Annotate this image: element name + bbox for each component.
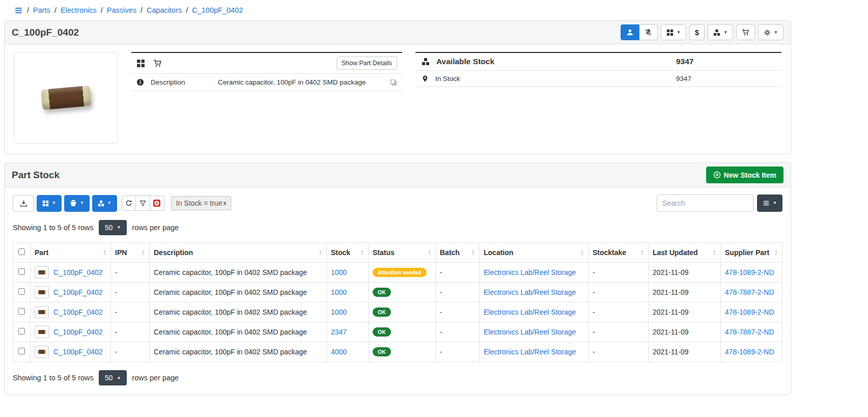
stock-link[interactable]: 1000: [331, 308, 347, 316]
part-image[interactable]: [14, 52, 118, 144]
sort-icon[interactable]: ▲▼: [774, 249, 778, 256]
breadcrumb-link-passives[interactable]: Passives: [107, 6, 136, 14]
part-link[interactable]: C_100pF_0402: [53, 308, 103, 316]
dollar-icon: $: [695, 29, 699, 36]
column-header-supplier-part[interactable]: Supplier Part▲▼: [721, 243, 782, 263]
order-actions-button[interactable]: [736, 24, 755, 40]
row-checkbox[interactable]: [18, 308, 25, 315]
location-link[interactable]: Electronics Lab/Reel Storage: [484, 268, 576, 276]
column-header-batch[interactable]: Batch▲▼: [436, 243, 480, 263]
stock-link[interactable]: 1000: [331, 288, 347, 296]
sort-icon[interactable]: ▲▼: [319, 249, 322, 256]
supplier-part-link[interactable]: 478-1089-2-ND: [725, 308, 774, 316]
supplier-part-link[interactable]: 478-1089-2-ND: [725, 268, 774, 276]
row-checkbox[interactable]: [18, 268, 25, 275]
unsubscribe-button[interactable]: [639, 24, 658, 40]
search-input[interactable]: [657, 194, 753, 212]
last-updated-cell: 2021-11-09: [649, 322, 721, 342]
sort-icon[interactable]: ▲▼: [471, 249, 475, 256]
barcode-actions-dropdown[interactable]: ▼: [661, 24, 686, 40]
stock-link[interactable]: 4000: [331, 348, 347, 356]
clear-filters-button[interactable]: [150, 196, 164, 211]
breadcrumb-link-capacitors[interactable]: Capacitors: [147, 6, 182, 14]
sort-icon[interactable]: ▲▼: [640, 249, 644, 256]
supplier-part-link[interactable]: 478-7887-2-ND: [725, 288, 774, 296]
location-link[interactable]: Electronics Lab/Reel Storage: [484, 348, 576, 356]
column-header-status[interactable]: Status▲▼: [369, 243, 436, 263]
column-header-part[interactable]: Part▲▼: [31, 243, 111, 263]
table-header-row: Part▲▼ IPN▲▼ Description▲▼ Stock▲▼ Statu…: [13, 243, 782, 263]
grid-icon: [666, 29, 674, 36]
sort-icon[interactable]: ▲▼: [103, 249, 106, 256]
stock-actions-dropdown[interactable]: ▼: [708, 24, 733, 40]
breadcrumb-separator: /: [186, 6, 188, 14]
description-cell: Ceramic capacitor, 100pF in 0402 SMD pac…: [150, 322, 327, 342]
row-checkbox[interactable]: [18, 288, 25, 295]
column-header-location[interactable]: Location▲▼: [480, 243, 589, 263]
cart-icon: [742, 29, 749, 36]
available-stock-header-row: Available Stock 9347: [415, 53, 781, 71]
columns-toggle-dropdown[interactable]: ▼: [757, 194, 782, 212]
part-link[interactable]: C_100pF_0402: [53, 268, 103, 276]
chevron-down-icon: ▼: [773, 201, 777, 205]
column-header-last-updated[interactable]: Last Updated▲▼: [649, 243, 721, 263]
location-link[interactable]: Electronics Lab/Reel Storage: [484, 328, 576, 336]
stock-options-dropdown[interactable]: ▼: [92, 195, 117, 212]
row-checkbox[interactable]: [18, 348, 25, 354]
part-link[interactable]: C_100pF_0402: [53, 288, 103, 296]
available-stock-table: Available Stock 9347 In Stock 9347: [415, 52, 781, 87]
breadcrumb-link-electronics[interactable]: Electronics: [61, 6, 97, 14]
part-link[interactable]: C_100pF_0402: [53, 328, 103, 336]
page-title: C_100pF_0402: [12, 27, 79, 38]
details-grid-icon[interactable]: [136, 59, 145, 68]
new-stock-item-button[interactable]: New Stock Item: [706, 166, 783, 183]
part-actions-dropdown[interactable]: ▼: [758, 24, 783, 40]
select-all-checkbox[interactable]: [18, 248, 25, 255]
sort-icon[interactable]: ▲▼: [713, 249, 716, 256]
chevron-down-icon: ▼: [107, 201, 111, 205]
stock-link[interactable]: 2347: [331, 328, 347, 336]
sort-icon[interactable]: ▲▼: [142, 249, 145, 256]
pricing-button[interactable]: $: [689, 24, 705, 40]
barcode-actions-dropdown-table[interactable]: ▼: [37, 195, 62, 212]
user-actions-button[interactable]: [621, 24, 639, 40]
stocktake-cell: -: [589, 263, 649, 283]
breadcrumb-link-parts[interactable]: Parts: [33, 6, 50, 14]
description-value: Ceramic capacitor, 100pF in 0402 SMD pac…: [218, 78, 390, 86]
location-link[interactable]: Electronics Lab/Reel Storage: [484, 288, 576, 296]
sort-icon[interactable]: ▲▼: [580, 249, 584, 256]
breadcrumb-link-current-part[interactable]: C_100pF_0402: [192, 6, 243, 14]
sort-icon[interactable]: ▲▼: [360, 249, 364, 256]
hamburger-icon[interactable]: [14, 6, 23, 15]
chevron-down-icon: ▼: [774, 31, 778, 35]
column-header-stock[interactable]: Stock▲▼: [327, 243, 369, 263]
supplier-part-link[interactable]: 478-7887-2-ND: [725, 328, 774, 336]
location-link[interactable]: Electronics Lab/Reel Storage: [484, 308, 576, 316]
stocktake-cell: -: [589, 322, 649, 342]
filter-button[interactable]: [136, 196, 150, 211]
sort-icon[interactable]: ▲▼: [428, 249, 431, 256]
status-badge: OK: [373, 288, 391, 297]
print-actions-dropdown[interactable]: ▼: [64, 195, 90, 212]
page-size-value: 50: [105, 224, 113, 232]
filter-chip-remove[interactable]: x: [223, 200, 226, 207]
chevron-up-icon: ▲: [117, 376, 121, 380]
part-thumbnail: [35, 286, 49, 298]
column-header-ipn[interactable]: IPN▲▼: [111, 243, 150, 263]
column-header-stocktake[interactable]: Stocktake▲▼: [589, 243, 649, 263]
refresh-button[interactable]: [122, 196, 136, 211]
show-part-details-button[interactable]: Show Part Details: [337, 57, 397, 70]
copy-icon[interactable]: [390, 79, 397, 86]
suppliers-cart-icon[interactable]: [153, 59, 162, 68]
download-button[interactable]: [13, 195, 34, 212]
row-checkbox[interactable]: [18, 328, 25, 335]
page-size-dropdown[interactable]: 50 ▼: [99, 220, 127, 235]
page-size-dropdown[interactable]: 50 ▲: [99, 370, 127, 385]
part-link[interactable]: C_100pF_0402: [53, 348, 103, 356]
description-row: Description Ceramic capacitor, 100pF in …: [131, 74, 402, 91]
stock-link[interactable]: 1000: [331, 268, 347, 276]
showing-rows-text: Showing 1 to 5 of 5 rows: [13, 374, 94, 382]
supplier-part-link[interactable]: 478-1089-2-ND: [725, 348, 774, 356]
breadcrumb-separator: /: [141, 6, 143, 14]
column-header-description[interactable]: Description▲▼: [150, 243, 327, 263]
